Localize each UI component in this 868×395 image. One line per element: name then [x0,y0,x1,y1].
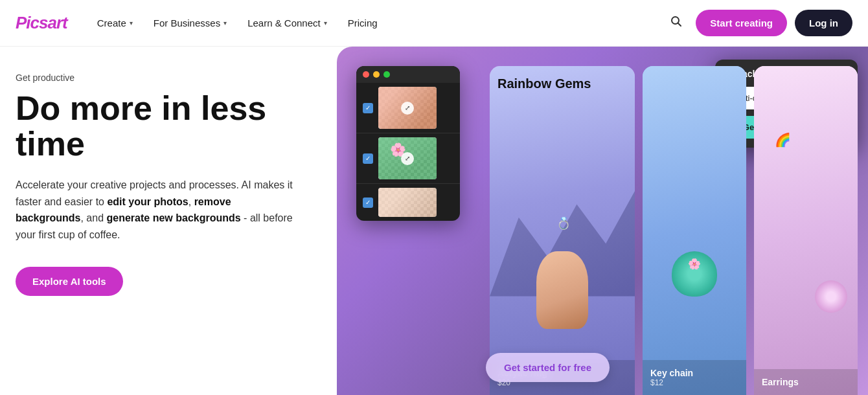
editor-panel: ✓ ⤢ ✓ 🌸 ⤢ ✓ [356,66,460,221]
editor-item-1: ✓ ⤢ [356,83,460,133]
product-name-2: Key chain [650,368,738,378]
chevron-down-icon: ▾ [223,19,227,27]
editor-item-3: ✓ [356,184,460,221]
product-name-3: Earrings [762,377,850,387]
window-maximize-dot [383,71,390,78]
product-card-3: Earrings [754,369,858,395]
start-creating-button[interactable]: Start creating [696,10,787,36]
explore-ai-tools-button[interactable]: Explore AI tools [16,267,123,296]
search-button[interactable] [665,10,688,36]
product-section-label: Rainbow Gems [497,76,591,91]
product-price-2: $12 [650,378,738,387]
window-minimize-dot [373,71,380,78]
hero-right: ✓ ⤢ ✓ 🌸 ⤢ ✓ [337,47,868,395]
hero-left: Get productive Do more in less time Acce… [0,47,337,395]
checkbox-3[interactable]: ✓ [363,198,373,208]
product-card-2: Key chain $12 [643,360,746,395]
checkbox-1[interactable]: ✓ [363,103,373,113]
title-bar [356,66,460,83]
editor-item-2: ✓ 🌸 ⤢ [356,133,460,184]
chevron-down-icon: ▾ [324,19,327,27]
hero-body: Accelerate your creative projects and pr… [16,177,301,243]
search-icon [670,15,683,28]
nav-pricing[interactable]: Pricing [339,12,387,34]
nav-for-businesses[interactable]: For Businesses ▾ [144,12,236,34]
logo[interactable]: Picsart [16,13,67,33]
window-close-dot [363,71,369,78]
nav-links: Create ▾ For Businesses ▾ Learn & Connec… [88,12,665,34]
svg-line-1 [678,23,681,27]
nav-learn-connect[interactable]: Learn & Connect ▾ [238,12,336,34]
navbar: Picsart Create ▾ For Businesses ▾ Learn … [0,0,868,47]
get-started-button[interactable]: Get started for free [486,353,610,382]
checkbox-2[interactable]: ✓ [363,153,373,164]
login-button[interactable]: Log in [795,10,852,36]
hero-headline: Do more in less time [16,91,321,161]
move-icon: ⤢ [401,102,414,115]
main-content: Get productive Do more in less time Acce… [0,47,868,395]
nav-create[interactable]: Create ▾ [88,12,142,34]
nav-right: Start creating Log in [665,10,852,36]
product-grid: 💍 Rainbow Gems Acrylic ring $20 🌸 Key ch… [479,66,868,395]
hero-tagline: Get productive [16,73,321,83]
move-icon-2: ⤢ [401,152,414,165]
chevron-down-icon: ▾ [130,19,133,27]
